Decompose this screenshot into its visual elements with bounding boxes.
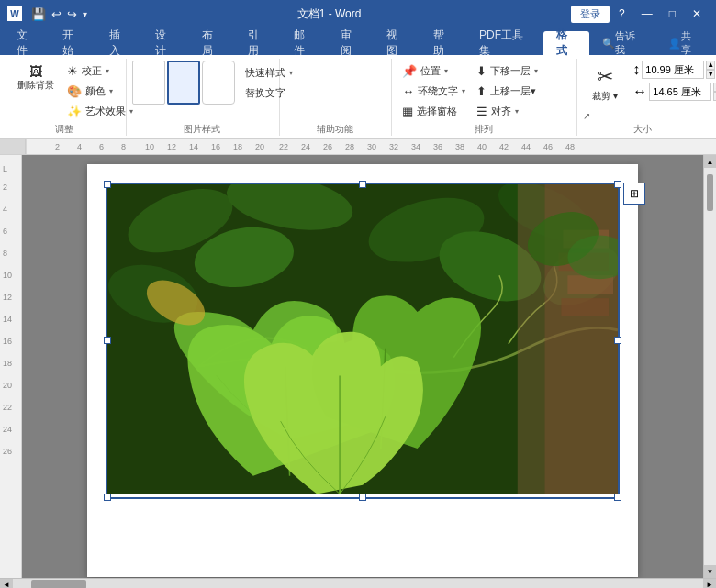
restore-button[interactable]: □ (662, 6, 683, 22)
arrange-label: 排列 (397, 121, 569, 136)
tab-tell-me[interactable]: 🔍 告诉我 (589, 31, 655, 55)
layout-options-btn[interactable]: ⊞ (623, 183, 645, 205)
customize-quickbtn[interactable]: ▾ (83, 9, 87, 19)
adjust-row: 🖼 删除背景 ☀ 校正▾ 🎨 颜色▾ ✨ 艺术效果▾ (11, 61, 138, 121)
selection-pane-btn[interactable]: ▦ 选择窗格 (397, 101, 470, 121)
accessibility-label: 辅助功能 (285, 121, 384, 136)
ribbon-group-picture-style: 快速样式▾ 替换文字 图片样式 (129, 59, 280, 136)
scroll-down-btn[interactable]: ▼ (704, 565, 716, 578)
picture-style-1[interactable] (132, 61, 165, 105)
handle-top-left[interactable] (104, 181, 111, 188)
ribbon-group-accessibility: 辅助功能 (282, 59, 392, 136)
tab-file[interactable]: 文件 (4, 31, 50, 55)
width-input[interactable] (649, 83, 711, 101)
handle-bot-right[interactable] (614, 494, 621, 501)
height-up[interactable]: ▲ (706, 61, 715, 70)
ribbon-tabs: 文件 开始 插入 设计 布局 引用 邮件 审阅 视图 帮助 PDF工具集 格式 … (0, 28, 716, 55)
ribbon-group-arrange: 📌 位置▾ ↔ 环绕文字▾ ▦ 选择窗格 ⬇ 下移一层▾ ⬆ (394, 59, 577, 136)
position-btn[interactable]: 📌 位置▾ (397, 61, 470, 81)
minimize-button[interactable]: — (634, 6, 660, 22)
scroll-h-thumb[interactable] (31, 580, 86, 588)
crop-icon: ✂ (597, 65, 613, 89)
help-button[interactable]: ? (611, 6, 632, 22)
title-bar: W 💾 ↩ ↪ ▾ 文档1 - Word 登录 ? — □ ✕ (0, 0, 716, 28)
ribbon-group-adjust: 🖼 删除背景 ☀ 校正▾ 🎨 颜色▾ ✨ 艺术效果▾ 调整 (7, 59, 127, 136)
tab-review[interactable]: 审阅 (328, 31, 374, 55)
tab-home[interactable]: 开始 (50, 31, 95, 55)
align-icon: ☰ (476, 105, 487, 118)
handle-mid-left[interactable] (104, 337, 111, 344)
save-quickbtn[interactable]: 💾 (31, 7, 46, 21)
document-page: ⊞ (87, 164, 638, 577)
size-label: 大小 (583, 121, 701, 136)
crop-btn[interactable]: ✂ 裁剪 ▾ (583, 61, 627, 107)
height-input[interactable] (642, 61, 704, 79)
horizontal-ruler: // ruler ticks drawn below 2 4 6 8 10 12… (0, 139, 716, 155)
svg-rect-17 (561, 298, 609, 316)
height-down[interactable]: ▼ (706, 70, 715, 79)
position-icon: 📌 (402, 64, 417, 78)
color-btn[interactable]: 🎨 颜色▾ (62, 81, 138, 101)
tab-layout[interactable]: 布局 (189, 31, 235, 55)
bring-front-icon: ⬆ (476, 84, 487, 98)
arrange-col2: ⬇ 下移一层▾ ⬆ 上移一层▾ ☰ 对齐▾ (472, 61, 543, 121)
scroll-thumb[interactable] (707, 174, 713, 211)
quick-access-toolbar: 💾 ↩ ↪ ▾ (31, 7, 87, 21)
height-spinner: ▲ ▼ (706, 61, 715, 79)
document-image[interactable] (106, 183, 620, 499)
art-effects-btn[interactable]: ✨ 艺术效果▾ (62, 101, 138, 121)
scroll-track[interactable] (704, 168, 716, 565)
size-expand-icon[interactable]: ↗ (583, 111, 590, 121)
redo-quickbtn[interactable]: ↪ (67, 7, 77, 21)
main-area-container: L 2 4 6 8 10 12 14 16 18 20 22 24 26 (0, 155, 716, 588)
send-back-btn[interactable]: ⬇ 下移一层▾ (472, 61, 543, 81)
tab-help[interactable]: 帮助 (420, 31, 466, 55)
handle-bot-mid[interactable] (359, 494, 366, 501)
art-effects-icon: ✨ (67, 105, 82, 118)
width-icon: ↔ (632, 83, 647, 100)
correction-btn[interactable]: ☀ 校正▾ (62, 61, 138, 81)
tab-view[interactable]: 视图 (374, 31, 420, 55)
scroll-h-track[interactable] (13, 579, 703, 588)
picture-style-2[interactable] (167, 61, 200, 105)
title-controls: 登录 ? — □ ✕ (571, 6, 709, 23)
scroll-left-btn[interactable]: ◄ (0, 579, 13, 588)
window-title: 文档1 - Word (87, 6, 571, 22)
color-icon: 🎨 (67, 84, 82, 98)
bring-front-btn[interactable]: ⬆ 上移一层▾ (472, 81, 543, 101)
handle-bot-left[interactable] (104, 494, 111, 501)
picture-style-row: 快速样式▾ 替换文字 (132, 61, 297, 121)
picture-style-label: 图片样式 (132, 121, 272, 136)
document-area: ⊞ (22, 155, 703, 578)
svg-rect-1 (0, 139, 26, 155)
login-button[interactable]: 登录 (571, 6, 610, 23)
handle-top-mid[interactable] (359, 181, 366, 188)
selected-image-container[interactable]: ⊞ (106, 183, 620, 499)
tab-references[interactable]: 引用 (235, 31, 281, 55)
leaf-image-svg (107, 184, 618, 494)
tab-pdf[interactable]: PDF工具集 (466, 31, 543, 55)
tab-format[interactable]: 格式 (543, 31, 589, 55)
undo-quickbtn[interactable]: ↩ (51, 7, 62, 21)
tab-insert[interactable]: 插入 (96, 31, 142, 55)
tab-share[interactable]: 👤 共享 (655, 31, 712, 55)
selection-icon: ▦ (402, 105, 413, 118)
content-wrapper: L 2 4 6 8 10 12 14 16 18 20 22 24 26 (0, 155, 716, 588)
remove-background-btn[interactable]: 🖼 删除背景 (11, 61, 61, 96)
correction-icon: ☀ (67, 64, 78, 78)
vertical-scrollbar: ▲ ▼ (703, 155, 716, 578)
scroll-right-btn[interactable]: ► (703, 579, 716, 588)
tab-design[interactable]: 设计 (142, 31, 188, 55)
scroll-up-btn[interactable]: ▲ (704, 155, 716, 168)
wrap-icon: ↔ (402, 84, 414, 98)
ribbon-content: 🖼 删除背景 ☀ 校正▾ 🎨 颜色▾ ✨ 艺术效果▾ 调整 (0, 55, 716, 139)
remove-bg-icon: 🖼 (29, 65, 42, 78)
handle-mid-right[interactable] (614, 337, 621, 344)
arrange-row: 📌 位置▾ ↔ 环绕文字▾ ▦ 选择窗格 ⬇ 下移一层▾ ⬆ (397, 61, 543, 121)
handle-top-right[interactable] (614, 181, 621, 188)
picture-style-3[interactable] (202, 61, 235, 105)
close-button[interactable]: ✕ (685, 6, 709, 22)
align-btn[interactable]: ☰ 对齐▾ (472, 101, 543, 121)
tab-mailings[interactable]: 邮件 (281, 31, 327, 55)
wrap-text-btn[interactable]: ↔ 环绕文字▾ (397, 81, 470, 101)
